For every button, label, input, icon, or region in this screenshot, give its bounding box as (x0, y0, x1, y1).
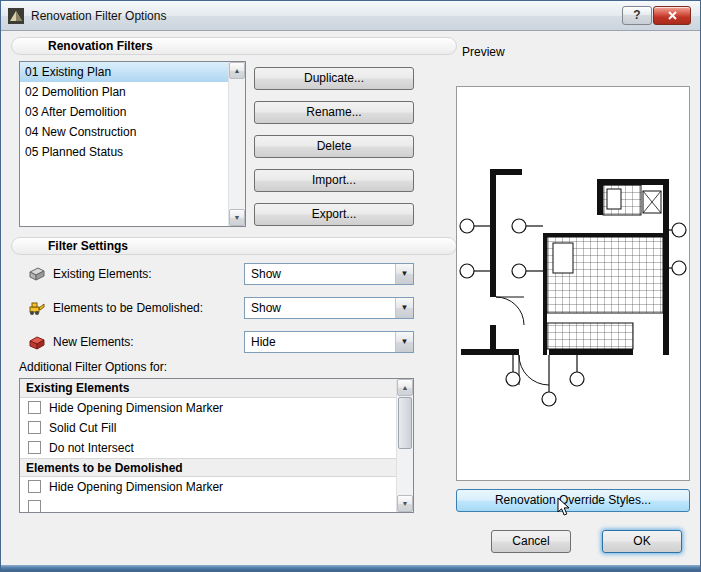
list-item-demolition-plan[interactable]: 02 Demolition Plan (20, 82, 228, 102)
delete-button[interactable]: Delete (254, 135, 414, 158)
arrow-down-icon: ▼ (398, 496, 412, 511)
existing-elements-icon (28, 266, 46, 282)
window-title: Renovation Filter Options (31, 9, 166, 23)
preview-label: Preview (462, 45, 505, 59)
filters-list-scrollbar[interactable]: ▲ ▼ (228, 62, 245, 226)
window-bottom-frame (1, 565, 700, 571)
scrollbar-thumb[interactable] (398, 397, 412, 449)
checkbox[interactable] (28, 441, 41, 454)
scroll-up-button[interactable]: ▲ (229, 62, 245, 79)
list-item-label: 03 After Demolition (25, 105, 126, 119)
arrow-up-icon: ▲ (398, 380, 412, 395)
existing-elements-label: Existing Elements: (53, 263, 152, 285)
floor-plan-preview (457, 87, 689, 480)
option-label: Hide Opening Dimension Marker (49, 398, 223, 418)
list-item-label: 05 Planned Status (25, 145, 123, 159)
close-icon (668, 11, 677, 20)
list-item-after-demolition[interactable]: 03 After Demolition (20, 102, 228, 122)
combo-arrow-button[interactable]: ▼ (395, 298, 413, 318)
option-row-solid-cut-fill[interactable]: Solid Cut Fill (20, 418, 396, 438)
demolished-elements-select[interactable]: Show ▼ (244, 297, 414, 319)
list-item-label: 04 New Construction (25, 125, 136, 139)
option-group-header-existing: Existing Elements (20, 379, 396, 398)
mouse-cursor-icon (557, 497, 571, 520)
demolished-elements-icon (28, 300, 46, 316)
arrow-up-icon: ▲ (230, 63, 244, 78)
additional-filter-options-label: Additional Filter Options for: (19, 360, 167, 374)
option-label: Hide Opening Dimension Marker (49, 477, 223, 497)
new-elements-select[interactable]: Hide ▼ (244, 331, 414, 353)
option-row-hide-opening-dim-1[interactable]: Hide Opening Dimension Marker (20, 398, 396, 418)
chevron-down-icon: ▼ (396, 264, 413, 284)
archicad-app-icon (8, 8, 24, 24)
list-item-label: 01 Existing Plan (25, 65, 111, 79)
option-group-header-demolished: Elements to be Demolished (20, 458, 396, 477)
chevron-down-icon: ▼ (396, 298, 413, 318)
renovation-filter-options-dialog: Renovation Filter Options ? Renovation F… (0, 0, 701, 572)
combo-value: Show (251, 264, 281, 284)
list-item-new-construction[interactable]: 04 New Construction (20, 122, 228, 142)
cancel-button[interactable]: Cancel (491, 530, 571, 553)
preview-canvas (456, 86, 690, 481)
scroll-up-button[interactable]: ▲ (397, 379, 413, 396)
new-elements-icon (28, 334, 46, 350)
checkbox[interactable] (28, 500, 41, 512)
list-item-label: 02 Demolition Plan (25, 85, 126, 99)
list-item-planned-status[interactable]: 05 Planned Status (20, 142, 228, 162)
scroll-down-button[interactable]: ▼ (397, 495, 413, 512)
checkbox[interactable] (28, 421, 41, 434)
combo-value: Hide (251, 332, 276, 352)
option-row-partial[interactable] (20, 497, 396, 512)
close-button[interactable] (653, 6, 691, 25)
renovation-filters-section-title: Renovation Filters (48, 39, 153, 54)
help-button[interactable]: ? (622, 6, 652, 25)
export-button[interactable]: Export... (254, 203, 414, 226)
filter-settings-section-title: Filter Settings (48, 239, 128, 254)
title-bar[interactable]: Renovation Filter Options ? (1, 1, 700, 31)
combo-arrow-button[interactable]: ▼ (395, 264, 413, 284)
scroll-down-button[interactable]: ▼ (229, 209, 245, 226)
ok-button[interactable]: OK (602, 530, 682, 553)
existing-elements-select[interactable]: Show ▼ (244, 263, 414, 285)
duplicate-button[interactable]: Duplicate... (254, 67, 414, 90)
list-item-existing-plan[interactable]: 01 Existing Plan (20, 62, 228, 82)
option-row-do-not-intersect[interactable]: Do not Intersect (20, 438, 396, 458)
renovation-filters-list[interactable]: 01 Existing Plan 02 Demolition Plan 03 A… (19, 61, 246, 227)
option-label: Solid Cut Fill (49, 418, 116, 438)
additional-filter-options-list[interactable]: Existing Elements Hide Opening Dimension… (19, 378, 414, 513)
checkbox[interactable] (28, 401, 41, 414)
option-label: Do not Intersect (49, 438, 134, 458)
demolished-elements-label: Elements to be Demolished: (53, 297, 203, 319)
renovation-override-styles-button[interactable]: Renovation Override Styles... (456, 489, 690, 512)
options-list-scrollbar[interactable]: ▲ ▼ (396, 379, 413, 512)
new-elements-label: New Elements: (53, 331, 134, 353)
renovation-filters-section-bar: Renovation Filters (11, 37, 457, 55)
filter-settings-section-bar: Filter Settings (11, 237, 457, 255)
import-button[interactable]: Import... (254, 169, 414, 192)
rename-button[interactable]: Rename... (254, 101, 414, 124)
chevron-down-icon: ▼ (396, 332, 413, 352)
arrow-down-icon: ▼ (230, 210, 244, 225)
combo-value: Show (251, 298, 281, 318)
checkbox[interactable] (28, 480, 41, 493)
combo-arrow-button[interactable]: ▼ (395, 332, 413, 352)
option-row-hide-opening-dim-2[interactable]: Hide Opening Dimension Marker (20, 477, 396, 497)
